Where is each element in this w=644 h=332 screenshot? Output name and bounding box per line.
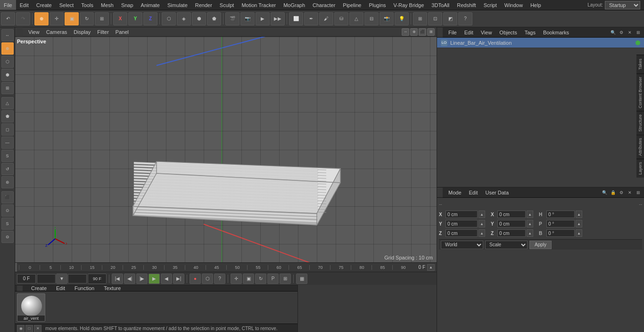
menu-character[interactable]: Character: [309, 0, 339, 10]
material-item-air-vent[interactable]: air_vent: [17, 293, 45, 322]
left-tool-13[interactable]: ⬛: [1, 191, 14, 203]
left-tool-14[interactable]: ⊙: [1, 204, 14, 217]
vtab-content-browser[interactable]: Content Browser: [636, 73, 644, 111]
attr-expand-icon[interactable]: ⊞: [635, 189, 642, 196]
search-icon[interactable]: 🔍: [609, 29, 617, 36]
menu-sculpt[interactable]: Sculpt: [216, 0, 238, 10]
attr-close-icon[interactable]: ✕: [626, 189, 634, 196]
menu-simulate[interactable]: Simulate: [164, 0, 191, 10]
z-pos-arrow[interactable]: ▲: [479, 229, 485, 237]
display-btn[interactable]: ◩: [443, 12, 457, 25]
obj-tab-view[interactable]: View: [477, 27, 496, 37]
vp-menu-display[interactable]: Display: [71, 29, 93, 35]
start-frame-input[interactable]: [17, 274, 36, 283]
key-btn[interactable]: ?: [214, 274, 225, 284]
step-fwd-btn[interactable]: |▶: [136, 274, 148, 284]
pos-pb-btn[interactable]: P: [267, 274, 279, 284]
left-tool-8[interactable]: ◻: [1, 123, 14, 136]
vp-menu-view[interactable]: View: [25, 29, 42, 35]
left-tool-4[interactable]: ⬢: [1, 69, 14, 81]
render-view-btn[interactable]: 🎬: [225, 12, 239, 25]
left-tool-16[interactable]: ⊖: [1, 231, 14, 243]
z-val-arrow[interactable]: ▲: [527, 229, 533, 237]
scale-tool[interactable]: ▣: [65, 12, 79, 25]
x-val-field[interactable]: [497, 211, 526, 218]
scale-dropdown[interactable]: Scale: [485, 241, 528, 249]
frame-arrows[interactable]: ▲: [427, 264, 435, 271]
render-settings-btn[interactable]: 📷: [240, 12, 255, 25]
mat-create[interactable]: Create: [28, 285, 50, 291]
attr-tab-userdata[interactable]: User Data: [482, 187, 513, 197]
y-pos-field[interactable]: [446, 220, 478, 227]
viewport[interactable]: Y X Z Perspective Grid Spacing : 10 cm: [15, 37, 437, 262]
model-mode-btn[interactable]: ◈: [177, 12, 191, 25]
x-val-arrow[interactable]: ▲: [527, 211, 533, 218]
attr-lock-icon[interactable]: 🔒: [609, 189, 617, 196]
left-tool-11[interactable]: ↺: [1, 163, 14, 175]
undo-btn[interactable]: ↶: [1, 12, 15, 25]
play-btn[interactable]: ▶: [149, 274, 160, 284]
camera-btn[interactable]: 📸: [380, 12, 394, 25]
mat-texture[interactable]: Texture: [101, 285, 124, 291]
menu-tools[interactable]: Tools: [77, 0, 97, 10]
left-tool-3[interactable]: ⬡: [1, 56, 14, 68]
left-tool-1[interactable]: ↔: [1, 29, 14, 41]
mat-function[interactable]: Function: [72, 285, 97, 291]
cube-btn[interactable]: ⬜: [289, 12, 303, 25]
shape-btn[interactable]: △: [349, 12, 363, 25]
status-icon-3[interactable]: ✕: [34, 325, 41, 332]
y-pos-arrow[interactable]: ▲: [479, 220, 485, 227]
menu-mesh[interactable]: Mesh: [97, 0, 117, 10]
ipr-btn[interactable]: ▶▶: [271, 12, 285, 25]
help-icon-btn[interactable]: ?: [458, 12, 472, 25]
vp-menu-cameras[interactable]: Cameras: [43, 29, 70, 35]
menu-vray[interactable]: V-Ray Bridge: [390, 0, 428, 10]
paint-btn[interactable]: 🖌: [319, 12, 333, 25]
obj-tab-file[interactable]: File: [445, 27, 461, 37]
menu-window[interactable]: Window: [501, 0, 527, 10]
attr-settings-icon[interactable]: ⚙: [618, 189, 625, 196]
b-arrow[interactable]: ▲: [576, 229, 582, 237]
world-dropdown[interactable]: World: [441, 241, 483, 249]
vtab-structure[interactable]: Structure: [636, 111, 644, 135]
h-arrow[interactable]: ▲: [576, 211, 582, 218]
y-val-field[interactable]: [497, 220, 526, 227]
vtab-takes[interactable]: Takes: [636, 55, 644, 73]
light-btn[interactable]: 💡: [395, 12, 409, 25]
b-field[interactable]: [546, 229, 575, 237]
status-icon-2[interactable]: □: [25, 325, 33, 332]
obj-tab-bookmarks[interactable]: Bookmarks: [539, 27, 573, 37]
menu-pipeline[interactable]: Pipeline: [339, 0, 365, 10]
left-tool-2[interactable]: ⊕: [1, 42, 14, 55]
move-tool[interactable]: ✛: [50, 12, 64, 25]
viewport-icon-2[interactable]: ⊕: [410, 28, 418, 36]
goto-end-btn[interactable]: ▶|: [173, 274, 184, 284]
snap-btn[interactable]: ⊡: [428, 12, 442, 25]
left-tool-6[interactable]: △: [1, 97, 14, 109]
menu-animate[interactable]: Animate: [137, 0, 164, 10]
auto-key-btn[interactable]: ⬡: [202, 274, 213, 284]
menu-redshift[interactable]: Redshift: [453, 0, 479, 10]
z-pos-field[interactable]: [446, 229, 478, 237]
left-tool-12[interactable]: ⊛: [1, 176, 14, 188]
p-field[interactable]: [546, 220, 575, 227]
transform-tool[interactable]: ⊞: [95, 12, 109, 25]
left-tool-7[interactable]: ⬟: [1, 110, 14, 122]
vp-menu-panel[interactable]: Panel: [113, 29, 132, 35]
object-mode-btn[interactable]: ⬡: [162, 12, 176, 25]
attr-search-icon[interactable]: 🔍: [601, 189, 608, 196]
select-tool[interactable]: ⊕: [34, 12, 49, 25]
menu-plugins[interactable]: Plugins: [365, 0, 389, 10]
x-axis-btn[interactable]: X: [113, 12, 127, 25]
vtab-layers[interactable]: Layers: [636, 159, 644, 178]
scale-pb-btn[interactable]: ▣: [243, 274, 254, 284]
timeline-ruler[interactable]: 0 5 10 15 20 25 30 35 40 45 50 55 60 65: [15, 262, 437, 272]
obj-tab-objects[interactable]: Objects: [495, 27, 520, 37]
left-tool-10[interactable]: S: [1, 150, 14, 162]
end-frame-input[interactable]: [68, 274, 87, 283]
animate-mode-btn[interactable]: ⬟: [207, 12, 221, 25]
status-icon-1[interactable]: ◉: [17, 325, 25, 332]
viewport-icon-4[interactable]: ⊞: [427, 28, 435, 36]
layout-select[interactable]: Startup Standard: [605, 1, 640, 9]
left-tool-15[interactable]: S: [1, 218, 14, 230]
